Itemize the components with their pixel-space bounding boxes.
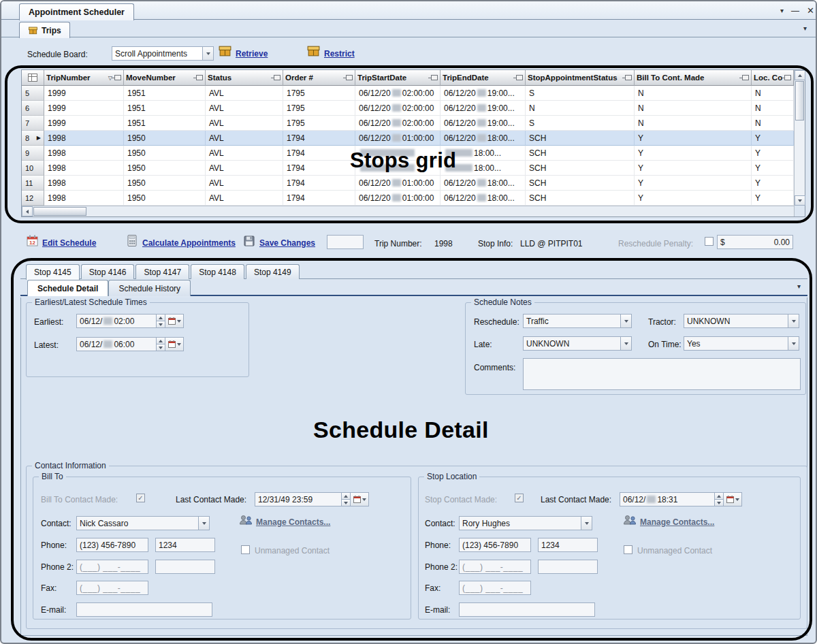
stop-contact-select[interactable]: Rory Hughes: [459, 516, 592, 530]
scroll-down-button[interactable]: [795, 195, 805, 206]
comments-textarea[interactable]: [523, 358, 801, 390]
row-header-cell[interactable]: 5: [22, 86, 44, 101]
save-changes-link[interactable]: Save Changes: [259, 238, 315, 248]
horizontal-scroll-thumb[interactable]: [33, 207, 86, 216]
spin-up-icon[interactable]: [157, 314, 165, 321]
bill-phone2-input[interactable]: (___) ___-____: [76, 560, 148, 574]
grid-horizontal-scrollbar[interactable]: [22, 206, 794, 216]
pin-icon[interactable]: [196, 75, 203, 80]
stop-email-input[interactable]: [459, 602, 595, 617]
bill-last-contact-spinner[interactable]: [342, 492, 351, 506]
stop-phone2-input[interactable]: (___) ___-____: [459, 560, 531, 574]
spin-up-icon[interactable]: [342, 492, 351, 500]
latest-date-input[interactable]: 06/12/06:00: [76, 337, 157, 351]
bill-phone-ext-input[interactable]: 1234: [155, 538, 215, 552]
reschedule-penalty-amount[interactable]: $ 0.00: [717, 235, 793, 249]
dropdown-arrow-icon[interactable]: [581, 516, 592, 530]
bill-fax-input[interactable]: (___) ___-____: [76, 581, 148, 595]
stop-last-contact-input[interactable]: 06/12/18:31: [620, 492, 715, 506]
subtab-dropdown-icon[interactable]: ▾: [797, 283, 801, 290]
close-icon[interactable]: ✕: [807, 6, 814, 15]
grid-row-11[interactable]: 1119981950AVL179406/12/2001:00:0006/12/2…: [22, 176, 794, 191]
grid-row-7[interactable]: 719991951AVL179506/12/2002:00:0006/12/20…: [22, 116, 794, 131]
vertical-scroll-track[interactable]: [795, 121, 805, 195]
stop-tab-stop-4149[interactable]: Stop 4149: [246, 264, 300, 279]
stop-tab-stop-4146[interactable]: Stop 4146: [81, 264, 135, 279]
row-header-cell[interactable]: 11: [22, 176, 44, 191]
bill-last-contact-input[interactable]: 12/31/49 23:59: [255, 492, 342, 506]
spin-down-icon[interactable]: [715, 500, 724, 506]
pin-icon[interactable]: [516, 75, 523, 80]
minimize-icon[interactable]: —: [791, 7, 799, 15]
spin-down-icon[interactable]: [342, 500, 351, 506]
column-header-movenumber[interactable]: MoveNumber: [124, 70, 206, 86]
pin-icon[interactable]: [742, 75, 749, 80]
grid-vertical-scrollbar[interactable]: [794, 70, 805, 206]
stop-tab-stop-4148[interactable]: Stop 4148: [191, 264, 244, 279]
dropdown-arrow-icon[interactable]: [620, 314, 632, 328]
scroll-up-button[interactable]: [795, 70, 805, 80]
pin-icon[interactable]: [625, 75, 632, 80]
pin-icon[interactable]: [346, 75, 353, 80]
reschedule-select[interactable]: Traffic: [523, 314, 632, 328]
row-header-cell[interactable]: 7: [22, 116, 44, 131]
ontime-select[interactable]: Yes: [684, 336, 799, 351]
grid-row-8[interactable]: 8▶19981950AVL179406/12/2001:00:0006/12/2…: [22, 131, 794, 146]
stop-phone2-ext-input[interactable]: [538, 560, 598, 574]
spin-down-icon[interactable]: [157, 321, 165, 328]
latest-calendar-button[interactable]: [165, 337, 184, 351]
spin-up-icon[interactable]: [715, 492, 724, 500]
stop-last-contact-spinner[interactable]: [715, 492, 724, 506]
stop-phone-input[interactable]: (123) 456-7890: [459, 538, 531, 552]
row-header-cell[interactable]: 10: [22, 161, 44, 176]
pin-icon[interactable]: [431, 75, 438, 80]
vertical-scroll-thumb[interactable]: [795, 81, 804, 120]
dropdown-arrow-icon[interactable]: [202, 46, 214, 61]
tab-schedule-history[interactable]: Schedule History: [108, 280, 191, 296]
stop-tab-stop-4145[interactable]: Stop 4145: [26, 264, 80, 280]
bill-last-contact-calendar-button[interactable]: [351, 492, 369, 506]
column-header-bill-to-cont-made[interactable]: Bill To Cont. Made: [635, 70, 752, 86]
reschedule-penalty-checkbox[interactable]: [705, 237, 714, 246]
earliest-date-input[interactable]: 06/12/02:00: [76, 314, 157, 328]
grid-row-9[interactable]: 919981950AVL179418:00...SCHYY: [22, 146, 794, 161]
bill-email-input[interactable]: [76, 602, 212, 617]
bill-manage-contacts-link[interactable]: Manage Contacts...: [256, 517, 330, 527]
column-header-status[interactable]: Status: [206, 70, 283, 86]
row-header-cell[interactable]: 9: [22, 146, 44, 161]
earliest-spinner[interactable]: [157, 314, 165, 328]
stop-unmanaged-contact-checkbox[interactable]: [624, 545, 632, 554]
action-text-input[interactable]: [327, 235, 364, 249]
dropdown-arrow-icon[interactable]: [620, 336, 632, 351]
grid-row-6[interactable]: 619991951AVL179506/12/2002:00:0006/12/20…: [22, 101, 794, 116]
row-header-cell[interactable]: 6: [22, 101, 44, 116]
column-header-loc-co[interactable]: Loc. Co: [752, 70, 794, 86]
spin-down-icon[interactable]: [157, 344, 165, 351]
column-header-stopappointmentstatus[interactable]: StopAppointmentStatus: [526, 70, 635, 86]
dropdown-arrow-icon[interactable]: [788, 314, 799, 328]
pin-icon[interactable]: [114, 75, 121, 80]
stop-last-contact-calendar-button[interactable]: [724, 492, 742, 506]
row-header-cell[interactable]: 12: [22, 191, 44, 206]
spin-up-icon[interactable]: [157, 337, 165, 344]
dropdown-arrow-icon[interactable]: [788, 336, 799, 351]
stop-phone-ext-input[interactable]: 1234: [538, 538, 598, 552]
late-select[interactable]: UNKNOWN: [523, 336, 632, 351]
schedule-board-select[interactable]: Scroll Appointments: [112, 46, 214, 61]
grid-row-5[interactable]: 519991951AVL179506/12/2002:00:0006/12/20…: [22, 86, 794, 101]
grid-row-12[interactable]: 1219981950AVL179406/12/2001:00:0006/12/2…: [22, 191, 794, 206]
bill-to-contact-made-checkbox[interactable]: ✓: [136, 494, 145, 502]
tractor-select[interactable]: UNKNOWN: [684, 314, 799, 328]
column-header-tripstartdate[interactable]: TripStartDate: [355, 70, 440, 86]
pin-icon[interactable]: [274, 75, 281, 80]
tabstrip-dropdown-icon[interactable]: ▾: [803, 25, 807, 32]
restrict-link[interactable]: Restrict: [324, 49, 355, 59]
bill-contact-select[interactable]: Nick Cassaro: [76, 516, 210, 530]
scroll-left-button[interactable]: [22, 206, 33, 216]
tab-schedule-detail[interactable]: Schedule Detail: [27, 280, 108, 296]
earliest-calendar-button[interactable]: [165, 314, 184, 328]
grid-row-10[interactable]: 1019981950AVL179418:00...SCHYY: [22, 161, 794, 176]
stop-manage-contacts-link[interactable]: Manage Contacts...: [640, 517, 714, 527]
edit-schedule-link[interactable]: Edit Schedule: [42, 238, 96, 248]
pin-icon[interactable]: [784, 75, 791, 80]
